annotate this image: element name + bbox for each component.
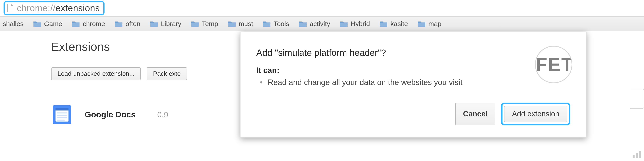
pack-extension-button[interactable]: Pack exte xyxy=(147,67,187,80)
dialog-title: Add "simulate platform header"? xyxy=(256,47,570,58)
confirm-highlight: Add extension xyxy=(501,103,570,125)
svg-rect-3 xyxy=(57,112,67,113)
dialog-permission-item: Read and change all your data on the web… xyxy=(260,78,570,87)
svg-rect-9 xyxy=(639,151,641,158)
bookmark-label: often xyxy=(126,20,140,28)
bookmark-item[interactable]: map xyxy=(414,19,446,29)
cancel-button[interactable]: Cancel xyxy=(455,103,496,125)
bookmark-label: map xyxy=(428,20,442,28)
url-text[interactable]: chrome://extensions xyxy=(17,3,100,14)
bookmark-item[interactable]: kasite xyxy=(376,19,412,29)
bookmark-label: shalles xyxy=(3,20,24,28)
bookmark-item[interactable]: Tools xyxy=(258,19,293,29)
folder-icon xyxy=(72,20,80,27)
bookmark-item[interactable]: Temp xyxy=(187,19,222,29)
bookmark-label: Tools xyxy=(274,20,289,28)
folder-icon xyxy=(380,20,388,27)
folder-icon xyxy=(114,20,123,27)
bookmark-label: Library xyxy=(161,20,181,28)
bookmark-label: activity xyxy=(310,20,330,28)
url-protocol: chrome:// xyxy=(17,3,56,13)
cutoff-corner-icon xyxy=(631,148,643,160)
page-icon xyxy=(7,4,14,13)
svg-rect-4 xyxy=(57,115,67,116)
bookmark-item[interactable]: Game xyxy=(29,19,66,29)
bookmark-label: kasite xyxy=(390,20,408,28)
address-highlight: chrome://extensions xyxy=(4,1,104,15)
folder-icon xyxy=(150,20,158,27)
dialog-extension-icon: FET xyxy=(535,46,572,83)
svg-rect-7 xyxy=(632,155,634,158)
folder-icon xyxy=(262,20,271,27)
bookmark-item[interactable]: chrome xyxy=(68,19,109,29)
extension-app-icon xyxy=(51,104,73,125)
bookmark-label: Hybrid xyxy=(351,20,370,28)
svg-rect-2 xyxy=(56,108,68,111)
folder-icon xyxy=(299,20,307,27)
folder-icon xyxy=(33,20,41,27)
dialog-subtitle: It can: xyxy=(256,66,570,75)
dialog-actions: Cancel Add extension xyxy=(256,103,570,125)
bookmark-label: must xyxy=(239,20,253,28)
dialog-icon-text: FET xyxy=(536,54,572,75)
install-dialog: FET Add "simulate platform header"? It c… xyxy=(240,32,586,137)
folder-icon xyxy=(191,20,199,27)
bookmark-item[interactable]: Hybrid xyxy=(336,19,374,29)
dialog-permissions-list: Read and change all your data on the web… xyxy=(256,78,570,87)
folder-icon xyxy=(228,20,236,27)
extension-version: 0.9 xyxy=(157,110,168,119)
load-unpacked-button[interactable]: Load unpacked extension... xyxy=(51,67,141,80)
add-extension-button[interactable]: Add extension xyxy=(504,106,567,122)
bookmark-label: Game xyxy=(44,20,62,28)
url-path: extensions xyxy=(56,3,100,13)
bookmarks-bar: shallesGamechromeoftenLibraryTempmustToo… xyxy=(0,16,644,31)
bookmark-item[interactable]: Library xyxy=(146,19,185,29)
bookmark-item[interactable]: often xyxy=(110,19,144,29)
address-bar: chrome://extensions xyxy=(0,0,644,16)
svg-rect-5 xyxy=(57,117,67,118)
folder-icon xyxy=(418,20,426,27)
bookmark-label: chrome xyxy=(83,20,105,28)
bookmark-item[interactable]: activity xyxy=(295,19,334,29)
bookmark-label: Temp xyxy=(202,20,218,28)
extension-name: Google Docs xyxy=(85,110,136,119)
cutoff-button-edge[interactable] xyxy=(630,89,644,109)
folder-icon xyxy=(340,20,348,27)
bookmark-item[interactable]: shalles xyxy=(1,19,28,29)
svg-rect-8 xyxy=(636,153,638,158)
bookmark-item[interactable]: must xyxy=(224,19,257,29)
svg-rect-6 xyxy=(57,120,64,121)
